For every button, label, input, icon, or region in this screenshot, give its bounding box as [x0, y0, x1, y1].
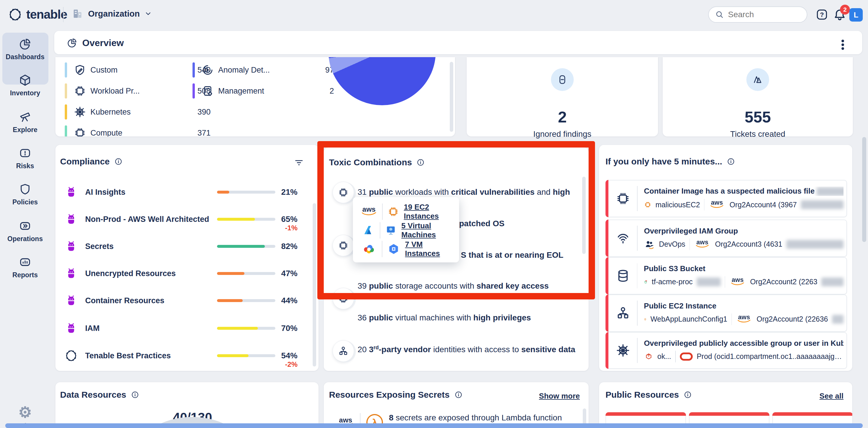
ec2-instance-icon	[388, 205, 399, 218]
gcp-vm-link[interactable]: 7 VM Instances	[405, 240, 459, 258]
finding-item-malicious-file[interactable]: Container Image has a suspected maliciou…	[606, 180, 847, 217]
toxic-row-text[interactable]: 36 public virtual machines with high pri…	[358, 313, 531, 323]
brand-text: tenable	[26, 8, 67, 22]
chip-icon	[338, 293, 349, 304]
fingerprint-icon	[615, 231, 630, 246]
legend-color-compute	[65, 125, 67, 136]
legend-item-kubernetes[interactable]: Kubernetes 390	[65, 104, 211, 120]
policies-shield-icon	[19, 183, 32, 196]
azure-vm-link[interactable]: 5 Virtual Machines	[401, 221, 459, 239]
overview-pie-icon	[66, 37, 78, 48]
tenable-hex-icon	[8, 8, 22, 22]
chip-icon	[615, 191, 630, 206]
page-vertical-scrollbar[interactable]	[862, 137, 866, 242]
info-icon[interactable]	[455, 391, 463, 399]
aws-logo: aws	[737, 314, 752, 324]
aws-logo: aws	[695, 239, 710, 249]
toxic-row-text-fragment[interactable]: S that is at or nearing EOL	[461, 251, 563, 260]
compliance-row[interactable]: Non-Prod - AWS Well Architected 65% -1%	[55, 210, 318, 228]
sidebar-item-risks[interactable]: Risks	[2, 146, 49, 170]
toxic-row-text[interactable]: 20 3rd-party vendor identities with acce…	[358, 344, 575, 354]
robot-icon	[65, 186, 78, 199]
legend-item-management[interactable]: Management 2	[192, 83, 334, 99]
summary-card-scrollbar[interactable]	[450, 62, 453, 132]
compliance-row[interactable]: Unencrypted Resources 47%	[55, 265, 318, 282]
avatar[interactable]: L	[849, 8, 863, 22]
sidebar-item-explore[interactable]: Explore	[2, 110, 49, 134]
show-more-link[interactable]: Show more	[539, 392, 580, 401]
finding-item-ec2-instance[interactable]: Public EC2 Instance ⚙ WebAppLaunchConfig…	[606, 294, 847, 332]
operations-icon	[19, 219, 32, 233]
compliance-row[interactable]: Container Resources 44%	[55, 292, 318, 309]
info-icon[interactable]	[727, 158, 735, 166]
redacted-text	[801, 200, 843, 209]
toxic-row-text-fragment[interactable]: patched OS	[459, 219, 504, 228]
topbar-divider	[63, 7, 64, 22]
info-icon[interactable]	[416, 158, 425, 166]
finding-item-kubernetes[interactable]: Overprivileged publicly accessible group…	[606, 332, 847, 369]
tickets-created-label: Tickets created	[730, 129, 785, 139]
overview-header-bar: Overview	[54, 31, 862, 54]
organization-label: Organization	[88, 9, 140, 19]
info-icon[interactable]	[114, 158, 123, 166]
ec2-instances-link[interactable]: 19 EC2 Instances	[404, 203, 459, 221]
popup-row-azure: 5 Virtual Machines	[361, 222, 459, 238]
aws-logo: aws	[730, 277, 745, 286]
compliance-row[interactable]: AI Insights 21%	[55, 184, 318, 201]
compliance-scrollbar[interactable]	[313, 203, 316, 366]
sidebar-item-inventory[interactable]: Inventory	[2, 73, 49, 97]
sidebar-item-operations[interactable]: Operations	[2, 219, 49, 243]
info-icon[interactable]	[684, 391, 692, 399]
data-resources-title: Data Resources	[60, 390, 126, 400]
legend-item-compute[interactable]: Compute 371	[65, 125, 211, 136]
info-icon[interactable]	[131, 391, 139, 399]
popup-row-gcp: 7 VM Instances	[361, 241, 459, 257]
toxic-scrollbar[interactable]	[582, 177, 586, 254]
tenable-hex-icon	[65, 349, 78, 362]
sidebar-item-dashboards[interactable]: Dashboards	[2, 37, 49, 61]
see-all-link[interactable]: See all	[819, 392, 843, 401]
legend-item-workload[interactable]: Workload Pr... 508	[65, 83, 211, 99]
five-minutes-title: If you only have 5 minutes...	[606, 157, 722, 166]
legend-item-anomaly[interactable]: Anomaly Det... 97	[192, 62, 334, 78]
data-resources-title-row: Data Resources	[60, 390, 139, 400]
overview-kebab-menu[interactable]	[840, 37, 846, 53]
sidebar-item-policies[interactable]: Policies	[2, 183, 49, 206]
organization-icon	[71, 8, 84, 20]
notifications-button[interactable]: 2	[833, 8, 846, 22]
explore-telescope-icon	[19, 110, 32, 124]
database-icon	[615, 268, 630, 284]
toxic-row-text[interactable]: 39 public storage accounts with shared k…	[358, 282, 549, 291]
search-input[interactable]	[727, 10, 796, 20]
workloads-breakdown-popup: aws 19 EC2 Instances 5 Virtual Machines	[353, 197, 459, 262]
toxic-row-icon-workloads	[333, 182, 354, 203]
public-resources-title: Public Resources	[606, 390, 679, 400]
compliance-row[interactable]: IAM 70%	[55, 320, 318, 337]
inventory-cube-icon	[19, 73, 32, 87]
iam-users-icon	[644, 238, 655, 250]
page-horizontal-scrollbar[interactable]	[5, 423, 863, 428]
help-button[interactable]: ?	[815, 8, 828, 21]
robot-icon	[65, 240, 78, 253]
findings-summary-card: Custom 540 Workload Pr... 508 Kubernetes…	[55, 57, 455, 136]
compliance-row[interactable]: Secrets 82%	[55, 238, 318, 255]
notification-badge: 2	[840, 5, 850, 14]
finding-item-s3-bucket[interactable]: Public S3 Bucket tf-acme-proc aws Org2Ac…	[606, 257, 847, 294]
compliance-title: Compliance	[60, 157, 110, 166]
toxic-title-row: Toxic Combinations	[329, 158, 425, 167]
ec2-instance-icon	[644, 199, 651, 210]
findings-pie-chart[interactable]	[329, 57, 436, 105]
tickets-created-card: 555 Tickets created	[663, 57, 853, 136]
sidebar-item-reports[interactable]: Reports	[2, 255, 49, 279]
secrets-title: Resources Exposing Secrets	[329, 390, 450, 400]
search-box[interactable]	[708, 6, 807, 23]
page-title: Overview	[82, 38, 124, 48]
organization-dropdown[interactable]: Organization	[71, 8, 152, 20]
anomaly-detection-icon	[201, 64, 214, 76]
filter-icon[interactable]	[294, 158, 304, 168]
ignored-findings-label: Ignored findings	[533, 129, 591, 139]
chip-icon	[338, 240, 349, 251]
finding-item-iam-group[interactable]: Overprivileged IAM Group DevOps aws Org2…	[606, 220, 847, 257]
legend-item-custom[interactable]: Custom 540	[65, 62, 211, 78]
compliance-row[interactable]: Tenable Best Practices 54% -2%	[55, 347, 318, 364]
